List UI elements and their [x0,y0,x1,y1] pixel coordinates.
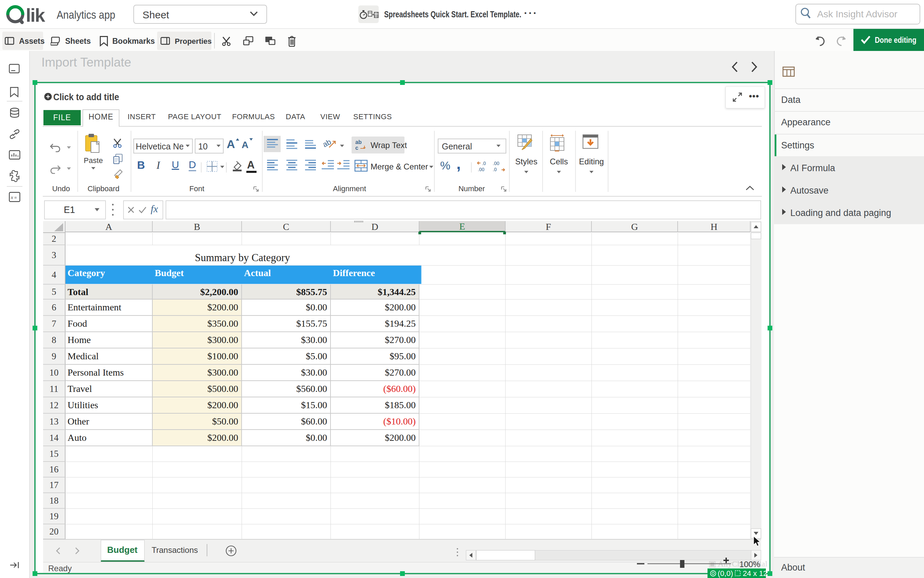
svg-text:.00: .00 [478,167,485,172]
svg-text:lik: lik [26,5,45,25]
svg-text:=: = [14,195,17,200]
svg-text:.0: .0 [493,167,497,172]
svg-text:x: x [11,195,13,200]
svg-text:ab: ab [355,139,362,145]
svg-text:.0: .0 [482,161,486,166]
svg-text:c: c [355,145,358,151]
svg-text:ab: ab [323,138,333,149]
svg-text:.00: .00 [493,161,500,166]
